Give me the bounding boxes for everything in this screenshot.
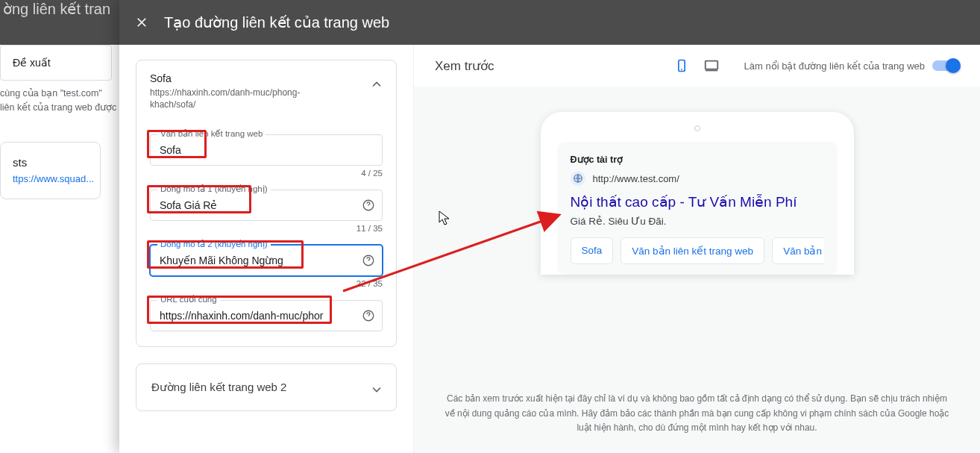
field-link-text: Văn bản liên kết trang web — [150, 134, 383, 166]
bg-text: cùng của bạn "test.com" liên kết của tra… — [0, 87, 116, 115]
field-label: Dòng mô tả 2 (khuyến nghị) — [157, 239, 271, 249]
sitelink-chip[interactable]: Văn bản liên kết t — [772, 237, 823, 264]
close-icon — [135, 16, 148, 29]
preview-disclaimer: Các bản xem trước xuất hiện tại đây chỉ … — [414, 378, 980, 453]
ad-preview-card: Được tài trợ http://www.test.com/ Nội th… — [557, 142, 838, 275]
sitelink-chip[interactable]: Sofa — [571, 237, 614, 264]
help-icon[interactable] — [362, 309, 375, 322]
sitelink-dialog: Tạo đường liên kết của trang web Sofa ht… — [119, 0, 980, 453]
close-button[interactable] — [133, 13, 151, 31]
sitelink-card-1: Sofa https://nhaxinh.com/danh-muc/phong-… — [136, 60, 397, 347]
card-header[interactable]: Đường liên kết trang web 2 — [136, 364, 396, 410]
counter: 4 / 25 — [150, 169, 383, 178]
field-desc1: Dòng mô tả 1 (khuyến nghị) — [150, 190, 383, 221]
help-icon[interactable] — [362, 199, 375, 212]
dialog-title: Tạo đường liên kết của trang web — [164, 13, 389, 31]
sitelink-chip[interactable]: Văn bản liên kết trang web — [621, 237, 764, 264]
bg-card: sts ttps://www.squad... — [0, 142, 101, 199]
highlight-toggle[interactable] — [932, 60, 959, 71]
sitelink-chips: Sofa Văn bản liên kết trang web Văn bản … — [571, 237, 824, 264]
phone-stage: Được tài trợ http://www.test.com/ Nội th… — [414, 87, 980, 453]
smartphone-icon — [674, 58, 689, 73]
counter: 22 / 35 — [150, 279, 383, 288]
preview-toolbar: Xem trước Làm nổi bật đường liên kết của… — [414, 45, 980, 87]
desc2-input[interactable] — [150, 245, 383, 276]
desktop-preview-button[interactable] — [697, 51, 726, 81]
field-label: Văn bản liên kết trang web — [157, 128, 266, 139]
field-desc2: Dòng mô tả 2 (khuyến nghị) — [150, 245, 383, 276]
counter: 11 / 35 — [150, 224, 383, 233]
field-final-url: URL cuối cùng — [150, 300, 383, 331]
ad-url: http://www.test.com/ — [593, 173, 679, 184]
card-header[interactable]: Sofa https://nhaxinh.com/danh-muc/phong-… — [136, 60, 396, 121]
chevron-down-icon — [369, 382, 384, 397]
cursor-icon — [439, 210, 450, 225]
card-title: Sofa — [150, 72, 383, 84]
help-icon[interactable] — [362, 254, 375, 267]
dialog-header: Tạo đường liên kết của trang web — [119, 0, 980, 45]
form-pane: Sofa https://nhaxinh.com/danh-muc/phong-… — [119, 45, 413, 453]
sitelink-card-2: Đường liên kết trang web 2 — [136, 363, 397, 411]
chevron-up-icon — [369, 77, 384, 92]
final-url-input[interactable] — [150, 300, 383, 331]
phone-frame: Được tài trợ http://www.test.com/ Nội th… — [541, 112, 854, 275]
ad-headline: Nội thất cao cấp - Tư Vấn Miễn Phí — [571, 193, 824, 210]
phone-notch-icon — [694, 125, 700, 131]
sponsored-label: Được tài trợ — [571, 154, 824, 165]
link-text-input[interactable] — [150, 134, 383, 166]
svg-rect-5 — [705, 61, 717, 69]
bg-tab: Đề xuất — [0, 45, 112, 81]
bg-crumb: ờng liên kết tran — [3, 1, 110, 17]
monitor-icon — [703, 57, 720, 74]
card-title: Đường liên kết trang web 2 — [151, 381, 286, 393]
field-label: Dòng mô tả 1 (khuyến nghị) — [157, 184, 271, 194]
card-url: https://nhaxinh.com/danh-muc/phong-khach… — [150, 87, 321, 110]
ad-description: Giá Rẻ. Siêu Ưu Đãi. — [571, 215, 824, 227]
preview-title: Xem trước — [435, 58, 667, 74]
globe-icon — [571, 171, 585, 186]
mobile-preview-button[interactable] — [667, 51, 697, 81]
field-label: URL cuối cùng — [157, 294, 220, 304]
highlight-toggle-label: Làm nổi bật đường liên kết của trang web — [744, 60, 925, 72]
bg-card-link: ttps://www.squad... — [13, 173, 94, 184]
desc1-input[interactable] — [150, 190, 383, 221]
preview-pane: Xem trước Làm nổi bật đường liên kết của… — [413, 45, 980, 453]
